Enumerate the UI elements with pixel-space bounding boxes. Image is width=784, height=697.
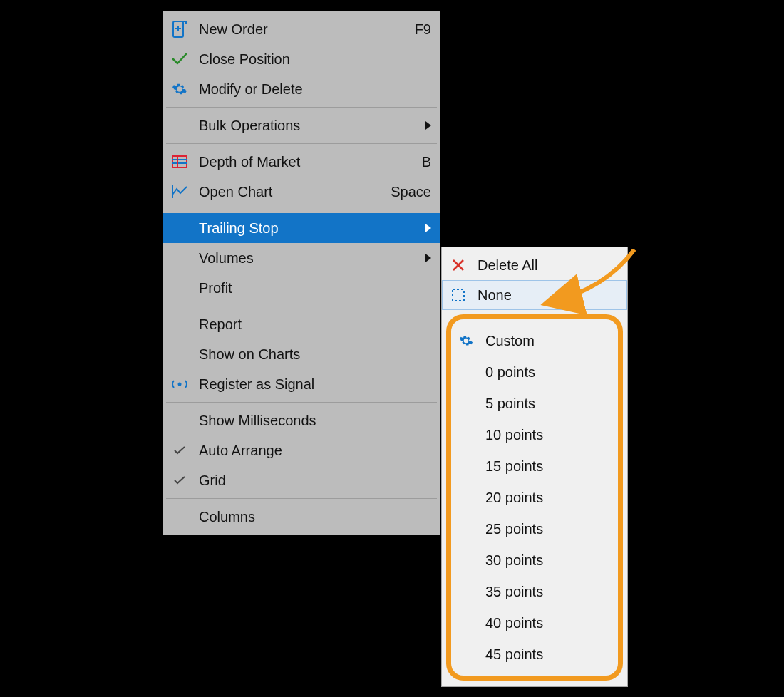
menu-label: 45 points — [485, 646, 611, 663]
menu-item-show-milliseconds[interactable]: Show Milliseconds — [163, 406, 440, 435]
blank-icon — [170, 345, 189, 363]
menu-label: 30 points — [485, 552, 611, 569]
menu-label: None — [478, 287, 619, 304]
blank-icon — [457, 582, 475, 601]
menu-separator — [166, 210, 437, 210]
menu-label: New Order — [199, 21, 408, 38]
tick-icon — [170, 471, 189, 490]
tick-icon — [170, 441, 189, 460]
menu-item-modify-or-delete[interactable]: Modify or Delete — [163, 74, 440, 104]
menu-label: 25 points — [485, 521, 611, 537]
menu-label: Profit — [199, 280, 431, 296]
chevron-right-icon — [425, 224, 431, 232]
plus-document-icon — [170, 20, 189, 38]
blank-icon — [170, 219, 189, 237]
blank-icon — [457, 394, 475, 413]
submenu-item-0-points[interactable]: 0 points — [453, 356, 617, 388]
menu-item-register-as-signal[interactable]: Register as Signal — [163, 369, 440, 399]
menu-item-open-chart[interactable]: Open Chart Space — [163, 177, 440, 207]
annotation-highlight-frame: Custom 0 points 5 points 10 points 15 po… — [446, 314, 623, 681]
menu-label: Close Position — [199, 51, 431, 68]
menu-item-depth-of-market[interactable]: Depth of Market B — [163, 147, 440, 177]
submenu-item-delete-all[interactable]: Delete All — [442, 250, 627, 280]
menu-label: Report — [199, 316, 431, 333]
menu-shortcut: F9 — [415, 21, 431, 38]
x-icon — [449, 256, 468, 274]
menu-label: 40 points — [485, 615, 611, 631]
menu-item-trailing-stop[interactable]: Trailing Stop — [163, 213, 440, 243]
menu-label: 10 points — [485, 427, 611, 443]
svg-rect-4 — [172, 156, 187, 167]
menu-item-close-position[interactable]: Close Position — [163, 44, 440, 74]
submenu-item-5-points[interactable]: 5 points — [453, 388, 617, 419]
menu-label: Delete All — [478, 257, 619, 274]
blank-icon — [457, 614, 475, 632]
context-menu: New Order F9 Close Position Modify or De… — [163, 11, 440, 535]
blank-icon — [170, 116, 189, 135]
menu-item-report[interactable]: Report — [163, 309, 440, 339]
menu-label: 35 points — [485, 584, 611, 600]
menu-item-grid[interactable]: Grid — [163, 465, 440, 495]
menu-shortcut: Space — [391, 184, 431, 200]
submenu-item-15-points[interactable]: 15 points — [453, 450, 617, 482]
svg-point-12 — [464, 339, 468, 342]
blank-icon — [457, 551, 475, 569]
submenu-item-20-points[interactable]: 20 points — [453, 482, 617, 513]
blank-icon — [457, 457, 475, 475]
menu-label: Trailing Stop — [199, 220, 418, 237]
blank-icon — [170, 507, 189, 526]
submenu-item-30-points[interactable]: 30 points — [453, 544, 617, 576]
menu-label: Bulk Operations — [199, 118, 418, 134]
trailing-stop-submenu: Delete All None Custom 0 points 5 po — [441, 247, 628, 687]
svg-rect-11 — [453, 289, 464, 301]
menu-label: Show on Charts — [199, 346, 431, 363]
menu-shortcut: B — [422, 154, 431, 170]
menu-label: Columns — [199, 509, 431, 525]
menu-item-profit[interactable]: Profit — [163, 273, 440, 303]
menu-label: Modify or Delete — [199, 81, 431, 98]
submenu-item-none[interactable]: None — [442, 280, 627, 310]
menu-separator — [166, 498, 437, 499]
submenu-item-45-points[interactable]: 45 points — [453, 639, 617, 670]
gear-icon — [170, 80, 189, 98]
menu-item-show-on-charts[interactable]: Show on Charts — [163, 339, 440, 369]
blank-icon — [170, 249, 189, 267]
menu-separator — [166, 306, 437, 306]
menu-item-new-order[interactable]: New Order F9 — [163, 14, 440, 44]
menu-item-columns[interactable]: Columns — [163, 502, 440, 532]
menu-label: 15 points — [485, 458, 611, 475]
menu-label: Grid — [199, 473, 431, 489]
menu-separator — [166, 107, 437, 108]
blank-icon — [457, 488, 475, 507]
submenu-item-10-points[interactable]: 10 points — [453, 419, 617, 450]
menu-label: 20 points — [485, 490, 611, 506]
menu-item-volumes[interactable]: Volumes — [163, 243, 440, 273]
menu-label: Custom — [485, 333, 611, 349]
menu-label: 0 points — [485, 364, 611, 381]
blank-icon — [457, 425, 475, 444]
chart-icon — [170, 182, 189, 201]
gear-icon — [457, 331, 475, 350]
menu-label: Register as Signal — [199, 376, 431, 393]
menu-label: Auto Arrange — [199, 443, 431, 459]
menu-item-bulk-operations[interactable]: Bulk Operations — [163, 110, 440, 140]
blank-icon — [170, 315, 189, 334]
menu-label: Show Milliseconds — [199, 413, 431, 429]
blank-icon — [457, 645, 475, 664]
menu-label: Open Chart — [199, 184, 383, 200]
svg-point-8 — [178, 383, 182, 386]
dashed-square-icon — [449, 286, 468, 304]
submenu-item-40-points[interactable]: 40 points — [453, 607, 617, 639]
menu-separator — [166, 143, 437, 144]
depth-of-market-icon — [170, 153, 189, 171]
blank-icon — [457, 363, 475, 381]
check-icon — [170, 50, 189, 68]
menu-label: Volumes — [199, 250, 418, 267]
submenu-item-25-points[interactable]: 25 points — [453, 513, 617, 544]
menu-item-auto-arrange[interactable]: Auto Arrange — [163, 435, 440, 465]
blank-icon — [457, 520, 475, 538]
menu-label: 5 points — [485, 396, 611, 412]
submenu-item-35-points[interactable]: 35 points — [453, 576, 617, 607]
svg-point-3 — [177, 87, 182, 91]
submenu-item-custom[interactable]: Custom — [453, 325, 617, 356]
